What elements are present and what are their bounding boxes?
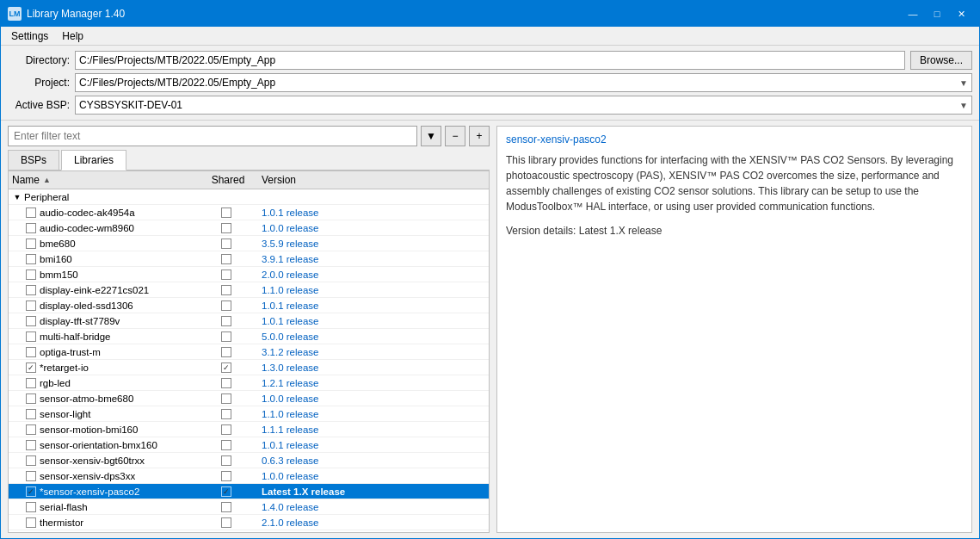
- tab-libraries[interactable]: Libraries: [61, 150, 126, 170]
- shared-checkbox[interactable]: [221, 393, 231, 404]
- filter-input[interactable]: [8, 126, 417, 146]
- shared-checkbox[interactable]: [221, 455, 231, 466]
- item-checkbox[interactable]: [26, 409, 36, 419]
- list-item[interactable]: bme680 3.5.9 release: [9, 236, 489, 251]
- shared-checkbox[interactable]: [221, 440, 231, 450]
- shared-checkbox[interactable]: [221, 239, 231, 249]
- main-window: LM Library Manager 1.40 — □ ✕ Settings H…: [0, 0, 980, 539]
- item-checkbox[interactable]: [26, 316, 36, 326]
- list-item-selected[interactable]: *sensor-xensiv-pasco2 Latest 1.X release: [9, 484, 489, 499]
- item-checkbox[interactable]: [26, 285, 36, 295]
- shared-checkbox[interactable]: [221, 347, 231, 357]
- list-item[interactable]: *retarget-io 1.3.0 release: [9, 360, 489, 375]
- item-checkbox[interactable]: [26, 270, 36, 280]
- bsp-row: Active BSP: CYSBSYSKIT-DEV-01 ▼: [8, 96, 972, 115]
- filter-icon-button[interactable]: ▼: [421, 126, 441, 146]
- shared-checkbox[interactable]: [221, 331, 231, 342]
- minimize-button[interactable]: —: [902, 5, 924, 22]
- peripheral-expand-icon[interactable]: ▼: [12, 192, 22, 202]
- detail-title[interactable]: sensor-xensiv-pasco2: [506, 133, 963, 146]
- item-checkbox[interactable]: [26, 517, 36, 528]
- item-shared-selected: [198, 486, 258, 497]
- item-version: 3.9.1 release: [258, 254, 489, 264]
- menu-settings[interactable]: Settings: [4, 28, 55, 44]
- menu-help[interactable]: Help: [55, 28, 90, 44]
- shared-checkbox[interactable]: [221, 362, 231, 373]
- list-item[interactable]: audio-codec-wm8960 1.0.0 release: [9, 220, 489, 236]
- list-item[interactable]: sensor-light 1.1.0 release: [9, 406, 489, 422]
- shared-checkbox[interactable]: [221, 378, 231, 388]
- item-checkbox[interactable]: [26, 471, 36, 481]
- item-checkbox[interactable]: [26, 362, 36, 373]
- shared-checkbox[interactable]: [221, 223, 231, 233]
- list-item[interactable]: audio-codec-ak4954a 1.0.1 release: [9, 205, 489, 220]
- item-name: sensor-orientation-bmx160: [9, 440, 198, 450]
- shared-checkbox[interactable]: [221, 424, 231, 435]
- browse-button[interactable]: Browse...: [910, 51, 972, 70]
- collapse-button[interactable]: −: [445, 126, 465, 146]
- tab-bar: BSPs Libraries: [8, 150, 490, 170]
- item-checkbox[interactable]: [26, 223, 36, 233]
- list-item[interactable]: bmi160 3.9.1 release: [9, 251, 489, 267]
- item-checkbox[interactable]: [26, 208, 36, 218]
- shared-checkbox[interactable]: [221, 270, 231, 280]
- bsp-label: Active BSP:: [8, 99, 70, 111]
- item-checkbox[interactable]: [26, 239, 36, 249]
- tree-table[interactable]: Name ▲ Shared Version ▼ Peripheral: [8, 170, 490, 533]
- item-checkbox[interactable]: [26, 440, 36, 450]
- directory-input[interactable]: [75, 51, 905, 70]
- shared-checkbox[interactable]: [221, 208, 231, 218]
- list-item[interactable]: display-tft-st7789v 1.0.1 release: [9, 313, 489, 329]
- item-name: optiga-trust-m: [9, 347, 198, 357]
- shared-checkbox[interactable]: [221, 300, 231, 311]
- expand-button[interactable]: +: [469, 126, 490, 146]
- item-checkbox[interactable]: [26, 254, 36, 264]
- list-item[interactable]: bmm150 2.0.0 release: [9, 267, 489, 282]
- bsp-dropdown[interactable]: CYSBSYSKIT-DEV-01 ▼: [75, 96, 972, 115]
- list-item[interactable]: sensor-motion-bmi160 1.1.1 release: [9, 422, 489, 437]
- item-name: sensor-light: [9, 409, 198, 419]
- list-item[interactable]: serial-flash 1.4.0 release: [9, 499, 489, 515]
- item-checkbox[interactable]: [26, 393, 36, 404]
- item-checkbox[interactable]: [26, 455, 36, 466]
- shared-checkbox[interactable]: [221, 285, 231, 295]
- shared-checkbox[interactable]: [221, 517, 231, 528]
- list-item[interactable]: multi-half-bridge 5.0.0 release: [9, 329, 489, 344]
- list-item[interactable]: sensor-orientation-bmx160 1.0.1 release: [9, 437, 489, 453]
- item-name: display-oled-ssd1306: [9, 300, 198, 311]
- item-checkbox[interactable]: [26, 300, 36, 311]
- header-name: Name ▲: [9, 174, 198, 186]
- list-item[interactable]: display-eink-e2271cs021 1.1.0 release: [9, 282, 489, 298]
- list-item[interactable]: thermistor 2.1.0 release: [9, 515, 489, 530]
- list-item[interactable]: sensor-xensiv-bgt60trxx 0.6.3 release: [9, 453, 489, 468]
- project-dropdown[interactable]: C:/Files/Projects/MTB/2022.05/Empty_App …: [75, 73, 972, 92]
- close-button[interactable]: ✕: [950, 5, 972, 22]
- item-checkbox[interactable]: [26, 347, 36, 357]
- item-checkbox[interactable]: [26, 331, 36, 342]
- shared-checkbox-selected[interactable]: [221, 486, 231, 497]
- list-item[interactable]: display-oled-ssd1306 1.0.1 release: [9, 298, 489, 313]
- list-item[interactable]: rgb-led 1.2.1 release: [9, 375, 489, 391]
- maximize-button[interactable]: □: [926, 5, 948, 22]
- item-checkbox[interactable]: [26, 502, 36, 512]
- item-name-selected: *sensor-xensiv-pasco2: [9, 486, 198, 497]
- list-item[interactable]: xensiv-radar-sensing 1.0.0 release: [9, 530, 489, 533]
- shared-checkbox[interactable]: [221, 502, 231, 512]
- shared-checkbox[interactable]: [221, 533, 231, 534]
- group-peripheral[interactable]: ▼ Peripheral: [9, 189, 489, 205]
- shared-checkbox[interactable]: [221, 471, 231, 481]
- item-checkbox[interactable]: [26, 378, 36, 388]
- item-checkbox[interactable]: [26, 424, 36, 435]
- list-item[interactable]: optiga-trust-m 3.1.2 release: [9, 344, 489, 360]
- tab-bsps[interactable]: BSPs: [8, 150, 59, 170]
- shared-checkbox[interactable]: [221, 254, 231, 264]
- list-item[interactable]: sensor-xensiv-dps3xx 1.0.0 release: [9, 468, 489, 484]
- item-checkbox[interactable]: [26, 533, 36, 534]
- shared-checkbox[interactable]: [221, 316, 231, 326]
- item-checkbox-selected[interactable]: [26, 486, 36, 497]
- item-version: 1.1.0 release: [258, 285, 489, 295]
- shared-checkbox[interactable]: [221, 409, 231, 419]
- list-item[interactable]: sensor-atmo-bme680 1.0.0 release: [9, 391, 489, 406]
- app-icon: LM: [8, 7, 22, 21]
- bsp-dropdown-arrow: ▼: [959, 101, 968, 110]
